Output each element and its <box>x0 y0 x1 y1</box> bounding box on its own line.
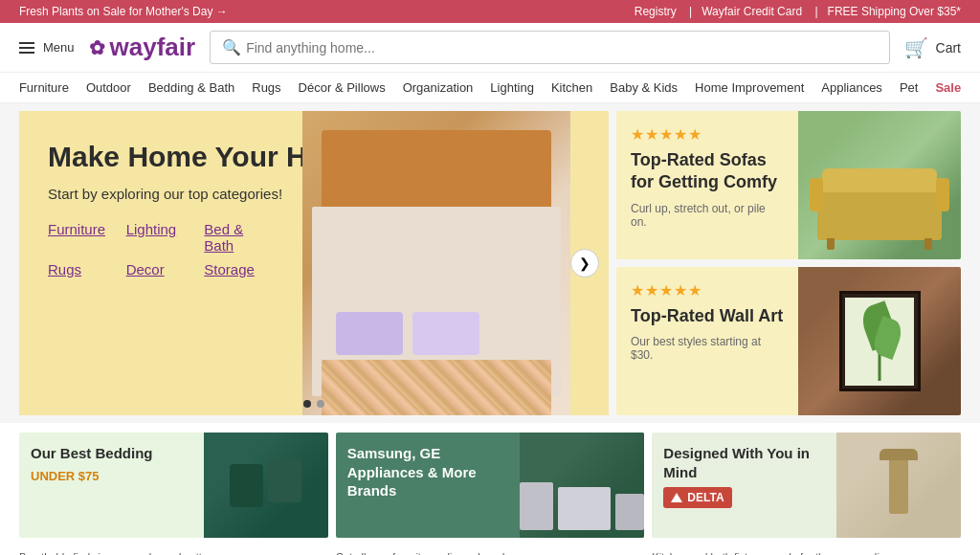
sofa-arm-right <box>936 178 949 211</box>
pillow-v1 <box>230 464 263 507</box>
sofas-title: Top-Rated Sofas for Getting Comfy <box>631 149 784 194</box>
sofas-promo-card[interactable]: ★★★★★ Top-Rated Sofas for Getting Comfy … <box>616 111 961 259</box>
delta-brand-label: DELTA <box>687 491 724 504</box>
carousel-dot-1[interactable] <box>303 400 311 408</box>
registry-link[interactable]: Registry <box>635 5 692 18</box>
free-shipping-text: FREE Shipping Over $35* <box>828 5 961 18</box>
banner-promo-text[interactable]: Fresh Plants on Sale for Mother's Day → <box>19 5 228 18</box>
delta-badge: DELTA <box>663 487 731 508</box>
delta-promo-text: Designed With You in Mind DELTA <box>652 433 836 538</box>
hero-categories: Furniture Lighting Bed & Bath Rugs Decor… <box>48 221 268 278</box>
bedding-image <box>204 433 328 538</box>
menu-button[interactable]: Menu <box>19 40 75 55</box>
sofa-leg-right <box>924 238 932 250</box>
category-furniture[interactable]: Furniture <box>48 221 112 254</box>
sofa-shape <box>817 188 942 240</box>
wall-art-visual <box>798 267 961 415</box>
bedding-promo-banner[interactable]: Our Best Bedding UNDER $75 <box>19 433 328 538</box>
wall-art-stars: ★★★★★ <box>631 281 784 300</box>
faucet-head <box>880 449 918 460</box>
appliance-box1 <box>520 482 553 530</box>
appliances-promo-banner[interactable]: Samsung, GE Appliances & More Brands <box>336 433 645 538</box>
wall-art-promo-text: ★★★★★ Top-Rated Wall Art Our best styles… <box>616 267 798 415</box>
promo-banners-row: Our Best Bedding UNDER $75 Samsung, GE A… <box>0 423 980 547</box>
wall-art-title: Top-Rated Wall Art <box>631 305 784 327</box>
sofas-promo-text: ★★★★★ Top-Rated Sofas for Getting Comfy … <box>616 111 798 259</box>
nav-outdoor[interactable]: Outdoor <box>86 80 131 95</box>
credit-card-link[interactable]: Wayfair Credit Card <box>702 5 817 18</box>
hero-right-promos: ★★★★★ Top-Rated Sofas for Getting Comfy … <box>616 111 961 415</box>
art-inner <box>845 298 914 386</box>
carousel-next-button[interactable]: ❯ <box>570 249 599 278</box>
banner-links: Registry Wayfair Credit Card FREE Shippi… <box>635 5 961 18</box>
wall-art-image <box>798 267 961 415</box>
search-icon: 🔍 <box>222 38 241 56</box>
category-decor[interactable]: Decor <box>126 261 190 278</box>
delta-image <box>836 433 961 538</box>
delta-triangle-icon <box>671 493 682 502</box>
appliance-visual <box>520 433 644 538</box>
appliances-subtext: Get all your favorite appliance brands. <box>336 551 645 555</box>
nav-appliances[interactable]: Appliances <box>821 80 882 95</box>
bedding-promo-text: Our Best Bedding UNDER $75 <box>19 433 204 538</box>
pillow-v2 <box>268 459 301 502</box>
bed-pillow2 <box>412 312 479 355</box>
sofa-visual <box>798 111 961 259</box>
hero-banner: Make Home Your Happy Place Start by expl… <box>19 111 609 415</box>
carousel-dots <box>303 400 324 408</box>
delta-promo-banner[interactable]: Designed With You in Mind DELTA <box>652 433 961 538</box>
appliance-box2 <box>558 487 611 530</box>
cart-button[interactable]: 🛒 Cart <box>904 36 961 59</box>
menu-label: Menu <box>43 40 75 55</box>
sofa-arm-left <box>810 178 823 211</box>
art-frame <box>839 291 921 391</box>
appliances-promo-text: Samsung, GE Appliances & More Brands <box>336 433 521 538</box>
cart-icon: 🛒 <box>904 36 928 59</box>
promo-subtexts: Breathable finds in every color and patt… <box>0 547 980 555</box>
category-bed-bath[interactable]: Bed & Bath <box>204 221 268 254</box>
sofa-back <box>822 168 937 192</box>
search-bar[interactable]: 🔍 <box>210 31 889 64</box>
top-banner: Fresh Plants on Sale for Mother's Day → … <box>0 0 980 23</box>
logo-text: wayfair <box>110 33 196 62</box>
bed-blanket <box>322 360 551 415</box>
nav-sale[interactable]: Sale <box>935 80 961 95</box>
sofas-image <box>798 111 961 259</box>
bedding-subtext: Breathable finds in every color and patt… <box>19 551 328 555</box>
bed-visual <box>302 111 570 415</box>
nav-furniture[interactable]: Furniture <box>19 80 69 95</box>
delta-visual <box>836 433 961 538</box>
nav-rugs[interactable]: Rugs <box>252 80 280 95</box>
delta-subtext: Kitchen and bath fixtures made for the w… <box>652 551 961 555</box>
nav-baby-kids[interactable]: Baby & Kids <box>610 80 678 95</box>
wall-art-subtitle: Our best styles starting at $30. <box>631 335 784 362</box>
hamburger-icon <box>19 42 34 54</box>
wall-art-promo-card[interactable]: ★★★★★ Top-Rated Wall Art Our best styles… <box>616 267 961 415</box>
faucet-shape <box>889 456 908 514</box>
nav-decor-pillows[interactable]: Décor & Pillows <box>299 80 386 95</box>
sofas-stars: ★★★★★ <box>631 125 784 144</box>
bedding-title: Our Best Bedding <box>31 444 192 463</box>
category-storage[interactable]: Storage <box>204 261 268 278</box>
appliance-box3 <box>615 494 644 530</box>
bed-mattress <box>312 207 561 396</box>
nav-kitchen[interactable]: Kitchen <box>551 80 592 95</box>
bedding-badge: UNDER $75 <box>31 469 100 483</box>
category-lighting[interactable]: Lighting <box>126 221 190 254</box>
hero-section: Make Home Your Happy Place Start by expl… <box>0 103 980 423</box>
logo[interactable]: ✿ wayfair <box>89 33 196 62</box>
cart-label: Cart <box>936 40 961 56</box>
delta-title: Designed With You in Mind <box>663 444 825 481</box>
nav-organization[interactable]: Organization <box>403 80 474 95</box>
main-nav: Furniture Outdoor Bedding & Bath Rugs Dé… <box>0 73 980 103</box>
appliances-image <box>520 433 644 538</box>
carousel-dot-2[interactable] <box>317 400 324 408</box>
nav-bedding-bath[interactable]: Bedding & Bath <box>148 80 234 95</box>
nav-pet[interactable]: Pet <box>900 80 919 95</box>
search-input[interactable] <box>246 40 877 56</box>
sofas-subtitle: Curl up, stretch out, or pile on. <box>631 202 784 229</box>
nav-lighting[interactable]: Lighting <box>490 80 534 95</box>
category-rugs[interactable]: Rugs <box>48 261 112 278</box>
bed-pillow1 <box>336 312 403 355</box>
nav-home-improvement[interactable]: Home Improvement <box>695 80 804 95</box>
